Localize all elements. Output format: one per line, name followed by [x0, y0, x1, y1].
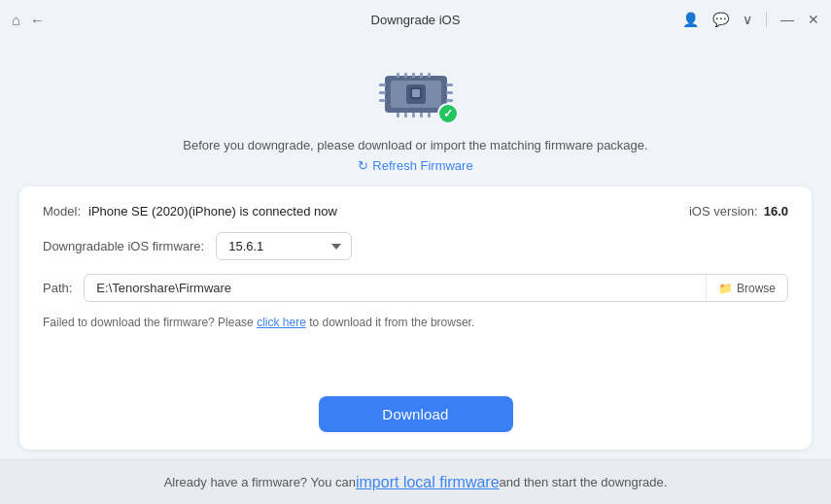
click-here-link[interactable]: click here: [257, 316, 306, 329]
main-card: Model: iPhone SE (2020)(iPhone) is conne…: [19, 186, 812, 450]
error-text: Failed to download the firmware? Please: [43, 316, 257, 329]
subtitle-text: Before you downgrade, please download or…: [183, 138, 647, 152]
download-button[interactable]: Download: [319, 396, 513, 432]
firmware-label: Downgradable iOS firmware:: [43, 239, 204, 253]
close-button[interactable]: ✕: [808, 13, 819, 26]
title-bar: ⌂ ← Downgrade iOS 👤 💬 ∨ — ✕: [0, 0, 831, 39]
browse-icon: 📁: [718, 282, 733, 295]
footer-text: Already have a firmware? You can: [164, 475, 356, 489]
browse-button[interactable]: 📁 Browse: [706, 275, 787, 301]
footer-suffix: and then start the downgrade.: [500, 475, 668, 489]
svg-rect-20: [446, 99, 453, 102]
import-firmware-link[interactable]: import local firmware: [356, 474, 500, 491]
window-title: Downgrade iOS: [371, 13, 461, 27]
path-label: Path:: [43, 281, 72, 295]
svg-rect-14: [428, 113, 431, 118]
svg-rect-4: [412, 89, 420, 97]
footer-bar: Already have a firmware? You can import …: [0, 459, 831, 504]
ios-version-group: iOS version: 16.0: [689, 204, 788, 218]
firmware-select[interactable]: 15.6.1 15.6 15.5 15.4.1: [216, 232, 352, 260]
ios-version-label: iOS version:: [689, 204, 758, 218]
svg-rect-9: [428, 73, 431, 78]
ios-version-value: 16.0: [764, 204, 788, 218]
path-input-container: 📁 Browse: [84, 274, 788, 302]
back-icon[interactable]: ←: [30, 12, 45, 28]
svg-rect-10: [397, 113, 399, 118]
svg-rect-17: [379, 99, 386, 102]
content-area: Before you downgrade, please download or…: [0, 39, 831, 459]
model-value: iPhone SE (2020)(iPhone) is connected no…: [88, 204, 337, 218]
chat-icon[interactable]: 💬: [712, 12, 729, 27]
svg-rect-12: [412, 113, 415, 118]
svg-rect-19: [446, 91, 453, 94]
svg-rect-7: [412, 73, 415, 78]
svg-rect-18: [446, 84, 453, 86]
firmware-row: Downgradable iOS firmware: 15.6.1 15.6 1…: [43, 232, 788, 260]
svg-rect-15: [379, 84, 386, 86]
home-icon[interactable]: ⌂: [12, 12, 20, 28]
refresh-icon: ↻: [358, 158, 368, 173]
minimize-button[interactable]: —: [780, 13, 794, 26]
title-bar-right: 👤 💬 ∨ — ✕: [682, 12, 819, 27]
user-icon[interactable]: 👤: [682, 12, 699, 27]
error-row: Failed to download the firmware? Please …: [43, 316, 788, 329]
check-badge: [437, 103, 459, 124]
svg-rect-13: [420, 113, 423, 118]
refresh-label: Refresh Firmware: [372, 158, 472, 173]
separator: [766, 12, 767, 27]
svg-rect-6: [404, 73, 407, 78]
error-suffix: to download it from the browser.: [309, 316, 474, 329]
svg-rect-16: [379, 91, 386, 94]
browse-label: Browse: [737, 282, 776, 295]
path-row: Path: 📁 Browse: [43, 274, 788, 302]
chevron-down-icon[interactable]: ∨: [743, 12, 752, 27]
svg-rect-11: [404, 113, 407, 118]
svg-rect-8: [420, 73, 423, 78]
device-icon-container: [367, 49, 465, 126]
title-bar-left: ⌂ ←: [12, 12, 45, 28]
model-row: Model: iPhone SE (2020)(iPhone) is conne…: [43, 204, 788, 218]
refresh-firmware-link[interactable]: ↻ Refresh Firmware: [358, 158, 472, 173]
path-input[interactable]: [96, 281, 729, 295]
model-label: Model:: [43, 204, 81, 218]
svg-rect-5: [397, 73, 399, 78]
